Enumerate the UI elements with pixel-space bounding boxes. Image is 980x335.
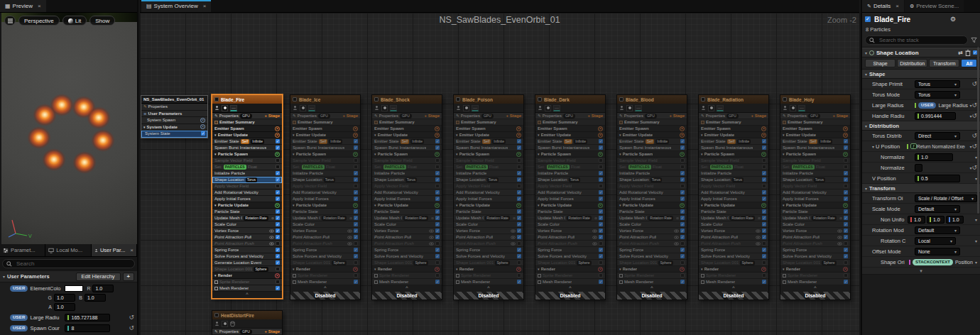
node-row-sprite-renderer[interactable]: Sprite Renderer xyxy=(699,273,768,279)
module-checkbox-checked[interactable]: ✓ xyxy=(680,222,685,226)
node-row-update-mesh-orientation[interactable]: Update Mesh OrientationRotation Rate✓ xyxy=(617,215,687,221)
node-row-shape-location-001[interactable]: Shape Location 001Sphere xyxy=(535,260,605,266)
collapse-stack-button[interactable]: ^ xyxy=(372,285,442,292)
node-row-mesh-renderer[interactable]: Mesh Renderer✓ xyxy=(454,279,523,285)
module-checkbox-checked[interactable]: ✓ xyxy=(276,209,280,214)
add-stage-button[interactable]: + Stage xyxy=(587,114,603,118)
torus-distribution-dropdown[interactable]: Direct▾ xyxy=(915,132,960,140)
node-row-vortex-force[interactable]: Vortex Force✓ xyxy=(290,228,360,234)
module-checkbox-checked[interactable]: ✓ xyxy=(276,260,280,265)
module-checkbox-checked[interactable]: ✓ xyxy=(599,197,603,201)
offset-mode-dropdown[interactable]: None▾ xyxy=(915,248,960,256)
emitter-node-blade-blood[interactable]: Blade_Blood—✎PropertiesGPU+ StageEmitter… xyxy=(616,94,687,300)
module-checkbox-unchecked[interactable] xyxy=(435,241,440,246)
emitter-enabled-checkbox[interactable] xyxy=(783,97,787,101)
lit-button[interactable]: Lit xyxy=(62,16,87,26)
chevron-down-icon[interactable]: ▾ xyxy=(783,133,785,137)
normalize-field[interactable]: 1.0 xyxy=(915,153,953,161)
module-checkbox-checked[interactable]: ✓ xyxy=(435,177,440,182)
module-checkbox-checked[interactable]: ✓ xyxy=(762,235,766,239)
node-row-emitter-state[interactable]: Emitter StateSelfInfinite✓ xyxy=(780,138,850,145)
node-row-shape-location[interactable]: Shape LocationTorus✓ xyxy=(290,177,360,183)
emitter-header[interactable]: Blade_Blood xyxy=(617,95,687,104)
module-checkbox-unchecked[interactable] xyxy=(844,241,848,246)
node-row-emitter-update[interactable]: ▾Emitter Update× xyxy=(212,132,282,138)
close-icon[interactable]: × xyxy=(203,3,207,9)
node-row-render[interactable]: ▾Render× xyxy=(699,266,768,273)
large-radius-binding[interactable]: Large Radius xyxy=(938,103,968,108)
module-checkbox-unchecked[interactable] xyxy=(276,267,280,271)
insert-icon[interactable]: ⇄ xyxy=(958,50,963,56)
chevron-down-icon[interactable]: ▾ xyxy=(619,267,621,271)
node-row-vortex-force[interactable]: Vortex Force✓ xyxy=(780,228,850,234)
tab-preview[interactable]: ▦ Preview × xyxy=(0,0,46,12)
node-row-emitter-summary[interactable]: Emitter Summary xyxy=(780,119,850,126)
param-row-spawn-count[interactable]: USER Spawn Cour 8 ↺ xyxy=(0,324,137,333)
module-checkbox-unchecked[interactable] xyxy=(762,273,766,278)
node-row-apply-initial-forces[interactable]: Apply Initial Forces✓ xyxy=(617,196,687,202)
node-row-particle-spawn[interactable]: ▾Particle Spawn× xyxy=(617,151,687,158)
module-checkbox-checked[interactable]: ✓ xyxy=(354,171,358,175)
node-row-mesh-renderer[interactable]: Mesh Renderer✓ xyxy=(290,279,360,285)
node-row-apply-vector-field[interactable]: Apply Vector Field xyxy=(372,183,442,190)
node-row-shape-location[interactable]: Shape LocationTorus✓ xyxy=(617,177,687,183)
node-row-shape-location[interactable]: Shape LocationTorus✓ xyxy=(780,177,850,183)
node-row-shape-location-001[interactable]: Shape Location 001Sphere xyxy=(699,260,768,266)
node-row-mesh-renderer[interactable]: Mesh Renderer✓ xyxy=(780,279,850,285)
minimized-tab-icon[interactable]: — xyxy=(798,105,805,111)
chevron-down-icon[interactable]: ▾ xyxy=(293,203,295,207)
node-row-add-rotational-velocity[interactable]: Add Rotational Velocity✓ xyxy=(212,190,282,196)
node-row-properties[interactable]: ✎PropertiesGPU+ Stage xyxy=(617,113,687,119)
node-row-sample-vector-field[interactable]: Sample Vector Field xyxy=(454,158,523,164)
node-row-shape-location-001[interactable]: Shape Location 001Sphere xyxy=(780,260,850,266)
section-shape[interactable]: ▾Shape xyxy=(862,70,980,79)
node-row-apply-initial-forces[interactable]: Apply Initial Forces✓ xyxy=(290,196,360,202)
module-checkbox-unchecked[interactable] xyxy=(517,241,521,246)
chevron-down-icon[interactable]: ▾ xyxy=(783,152,785,156)
add-stage-button[interactable]: + Stage xyxy=(424,114,440,118)
node-row-vortex-force[interactable]: Vortex Force✓ xyxy=(699,228,768,234)
module-checkbox-unchecked[interactable] xyxy=(276,158,280,163)
node-row-sample-vector-field[interactable]: Sample Vector Field xyxy=(535,158,605,164)
node-row-shape-location-001[interactable]: Shape Location 001Sphere xyxy=(372,260,442,266)
node-row-solve-forces-and-velocity[interactable]: Solve Forces and Velocity✓ xyxy=(617,253,687,260)
node-row-solve-forces-and-velocity[interactable]: Solve Forces and Velocity✓ xyxy=(780,253,850,260)
node-row-solve-forces-and-velocity[interactable]: Solve Forces and Velocity✓ xyxy=(699,253,768,260)
chevron-down-icon[interactable]: ▾ xyxy=(783,203,785,207)
tab-local-modules[interactable]: Local Mo... xyxy=(45,244,91,256)
module-checkbox-checked[interactable]: ✓ xyxy=(435,235,440,239)
node-row-add-rotational-velocity[interactable]: Add Rotational Velocity✓ xyxy=(535,190,605,196)
module-checkbox-checked[interactable]: ✓ xyxy=(762,171,766,175)
module-checkbox-unchecked[interactable] xyxy=(844,158,848,163)
node-row-add-rotational-velocity[interactable]: Add Rotational Velocity✓ xyxy=(780,190,850,196)
expand-icon[interactable]: ▾ xyxy=(975,217,977,222)
reset-icon[interactable]: ↺ xyxy=(971,133,977,139)
module-checkbox-unchecked[interactable] xyxy=(354,260,358,265)
node-row-properties[interactable]: ✎PropertiesGPU+ Stage xyxy=(290,113,360,119)
tab-user-parameters[interactable]: User Par... × xyxy=(92,244,137,256)
chevron-down-icon[interactable]: ▾ xyxy=(3,274,5,279)
collapse-stack-button[interactable]: ^ xyxy=(454,285,523,292)
node-row-particle-update[interactable]: ▾Particle Update× xyxy=(454,202,523,209)
module-checkbox-checked[interactable]: ✓ xyxy=(354,197,358,201)
module-checkbox-checked[interactable]: ✓ xyxy=(354,248,358,252)
minimized-tab-icon[interactable]: — xyxy=(390,105,397,111)
node-row-apply-vector-field[interactable]: Apply Vector Field xyxy=(290,183,360,190)
reset-icon[interactable]: ↺ xyxy=(971,102,977,109)
perspective-button[interactable]: Perspective xyxy=(18,16,60,26)
chevron-down-icon[interactable]: ▾ xyxy=(214,203,217,207)
node-row-apply-initial-forces[interactable]: Apply Initial Forces✓ xyxy=(454,196,523,202)
chevron-down-icon[interactable]: ▾ xyxy=(701,203,703,207)
node-row-scale-color[interactable]: Scale Color✓ xyxy=(454,221,523,228)
module-checkbox-unchecked[interactable] xyxy=(435,158,440,163)
filter-shape-button[interactable]: Shape xyxy=(865,59,895,67)
node-row-set[interactable]: Set:PARTICLESFloat xyxy=(454,164,523,170)
module-checkbox-checked[interactable]: ✓ xyxy=(680,171,685,175)
viewport-menu-button[interactable] xyxy=(4,16,16,26)
module-checkbox-unchecked[interactable] xyxy=(517,165,521,169)
chevron-down-icon[interactable]: ▾ xyxy=(456,133,458,137)
node-row-mesh-renderer[interactable]: Mesh Renderer✓ xyxy=(535,279,605,285)
node-row-mesh-renderer[interactable]: Mesh Renderer✓ xyxy=(699,279,768,285)
node-row-shape-location-001[interactable]: Shape Location 001Sphere xyxy=(617,260,687,266)
node-row-update-mesh-orientation[interactable]: Update Mesh OrientationRotation Rate✓ xyxy=(780,215,850,221)
